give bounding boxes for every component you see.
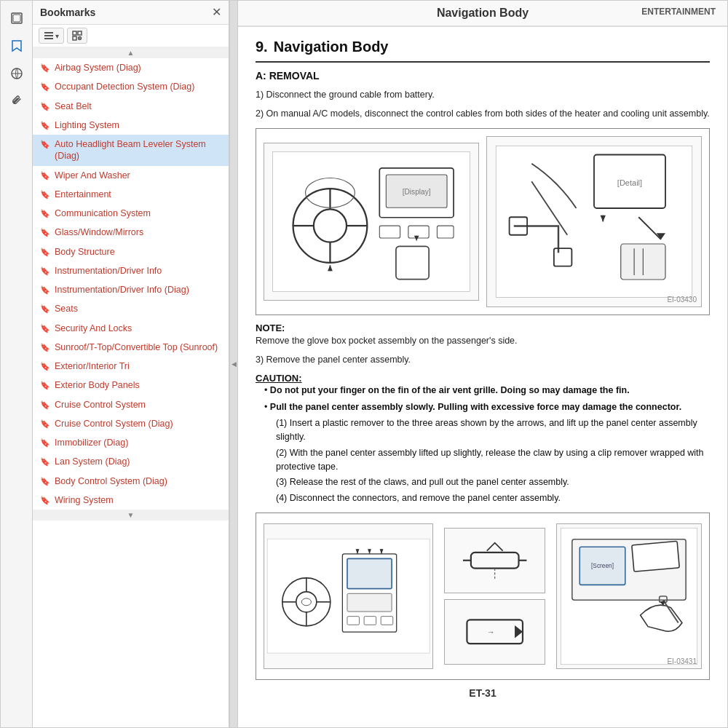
bookmark-icon-instrumentation: 🔖 (40, 266, 50, 276)
bookmark-label-sunroof: Sunroof/T-Top/Convertible Top (Sunroof) (55, 341, 218, 353)
paperclip-icon-btn[interactable] (5, 90, 28, 113)
bookmark-item-instrumentation[interactable]: 🔖 Instrumentation/Driver Info (33, 261, 229, 280)
bookmark-label-entertainment: Entertainment (55, 189, 111, 200)
bookmarks-panel: Bookmarks ✕ ▾ (33, 1, 229, 727)
svg-rect-4 (44, 35, 53, 36)
layers-icon-btn[interactable] (5, 7, 28, 30)
bookmark-icon-occupant: 🔖 (40, 82, 50, 92)
bookmark-item-lighting[interactable]: 🔖 Lighting System (33, 116, 229, 135)
bookmark-item-seats[interactable]: 🔖 Seats (33, 299, 229, 318)
bookmarks-list: ▲ 🔖 Airbag System (Diag) 🔖 Occupant Dete… (33, 47, 229, 727)
bookmark-item-cruise-diag[interactable]: 🔖 Cruise Control System (Diag) (33, 414, 229, 433)
bookmarks-title: Bookmarks (40, 7, 95, 18)
app-window: Bookmarks ✕ ▾ (0, 0, 728, 728)
bookmark-label-wiring: Wiring System (55, 494, 114, 506)
bookmark-item-wiring[interactable]: 🔖 Wiring System (33, 491, 229, 510)
svg-rect-12 (272, 151, 470, 291)
bookmark-item-lan[interactable]: 🔖 Lan System (Diag) (33, 452, 229, 471)
diagram-2-code: EI-03431 (667, 657, 697, 665)
bookmark-icon-cruise-diag: 🔖 (40, 419, 50, 429)
bookmark-item-exterior-int[interactable]: 🔖 Exterior/Interior Tri (33, 357, 229, 376)
bookmark-icon-entertainment: 🔖 (40, 189, 50, 199)
bookmark-item-entertainment[interactable]: 🔖 Entertainment (33, 185, 229, 204)
bookmark-label-exterior-int: Exterior/Interior Tri (55, 360, 130, 372)
bookmark-item-airbag[interactable]: 🔖 Airbag System (Diag) (33, 58, 229, 77)
diagram-1-code-right: EI-03430 (667, 296, 697, 304)
svg-rect-5 (44, 38, 53, 39)
bookmark-label-instrumentation-diag: Instrumentation/Driver Info (Diag) (55, 284, 189, 296)
main-area: Bookmarks ✕ ▾ (1, 1, 727, 727)
bookmark-label-bodystructure: Body Structure (55, 246, 115, 258)
bookmark-label-cruise: Cruise Control System (55, 399, 146, 411)
bookmark-label-occupant: Occupant Detection System (Diag) (55, 81, 194, 92)
bookmark-item-communication[interactable]: 🔖 Communication System (33, 204, 229, 223)
note-title: NOTE: (256, 323, 710, 333)
bookmark-icon-exterior-body: 🔖 (40, 380, 50, 390)
bookmark-item-wiper[interactable]: 🔖 Wiper And Washer (33, 166, 229, 185)
bookmark-item-cruise[interactable]: 🔖 Cruise Control System (33, 395, 229, 414)
panel-divider[interactable] (229, 1, 238, 727)
expand-button[interactable] (67, 28, 87, 44)
sub-step-3: (3) Release the rest of the claws, and p… (256, 475, 710, 489)
link-icon-btn[interactable] (5, 62, 28, 85)
svg-rect-51 (347, 559, 392, 589)
diagram-2-placeholder: >[Nav Screen] (256, 516, 709, 676)
bookmark-icon-seatbelt: 🔖 (40, 101, 50, 111)
bookmark-label-security: Security And Locks (55, 323, 132, 334)
bookmark-item-immobilizer[interactable]: 🔖 Immobilizer (Diag) (33, 433, 229, 452)
svg-rect-3 (44, 32, 53, 33)
bookmark-item-glass[interactable]: 🔖 Glass/Window/Mirrors (33, 223, 229, 242)
caution-box: CAUTION: • Do not put your finger on the… (256, 373, 710, 505)
bookmark-label-communication: Communication System (55, 207, 151, 219)
page-header-section: ENTERTAINMENT (641, 7, 716, 17)
subsection-a: A: REMOVAL (256, 70, 710, 82)
bookmark-icon-security: 🔖 (40, 323, 50, 333)
bookmark-icon-body-control: 🔖 (40, 476, 50, 486)
page-number: ET-31 (256, 687, 710, 699)
bookmark-item-security[interactable]: 🔖 Security And Locks (33, 319, 229, 338)
list-view-button[interactable]: ▾ (39, 28, 64, 44)
bookmark-item-occupant[interactable]: 🔖 Occupant Detection System (Diag) (33, 77, 229, 96)
bookmark-icon-glass: 🔖 (40, 227, 50, 237)
svg-rect-6 (73, 31, 76, 35)
content-body: 9. Navigation Body A: REMOVAL 1) Disconn… (238, 27, 727, 722)
bookmark-icon-immobilizer: 🔖 (40, 438, 50, 448)
svg-text:[Display]: [Display] (403, 188, 431, 196)
bookmark-icon-seats: 🔖 (40, 304, 50, 314)
bookmark-item-bodystructure[interactable]: 🔖 Body Structure (33, 242, 229, 261)
bookmark-icon-lan: 🔖 (40, 456, 50, 467)
svg-rect-1 (13, 15, 20, 22)
bookmark-item-instrumentation-diag[interactable]: 🔖 Instrumentation/Driver Info (Diag) (33, 280, 229, 299)
note-text-1: Remove the glove box pocket assembly on … (256, 333, 710, 348)
section-number: 9. (256, 39, 268, 55)
section-title: Navigation Body (274, 39, 389, 55)
svg-text:[Screen]: [Screen] (591, 562, 614, 569)
bookmark-label-airbag: Airbag System (Diag) (55, 62, 141, 74)
sidebar-icons (1, 1, 33, 727)
bookmark-item-exterior-body[interactable]: 🔖 Exterior Body Panels (33, 376, 229, 395)
bookmark-item-body-control[interactable]: 🔖 Body Control System (Diag) (33, 472, 229, 491)
sub-step-4: (4) Disconnect the connectors, and remov… (256, 491, 710, 505)
step-2: 2) On manual A/C models, disconnect the … (256, 106, 710, 121)
bookmark-item-autoheadlight[interactable]: 🔖 Auto Headlight Beam Leveler System (Di… (33, 135, 229, 166)
bookmark-item-sunroof[interactable]: 🔖 Sunroof/T-Top/Convertible Top (Sunroof… (33, 338, 229, 357)
svg-rect-62 (471, 553, 519, 569)
bookmark-label-body-control: Body Control System (Diag) (55, 475, 167, 487)
content-area[interactable]: Navigation Body ENTERTAINMENT 9. Navigat… (238, 1, 727, 727)
bookmark-label-immobilizer: Immobilizer (Diag) (55, 437, 128, 448)
bookmark-label-wiper: Wiper And Washer (55, 170, 130, 181)
note-box: NOTE: Remove the glove box pocket assemb… (256, 323, 710, 367)
sub-step-1: (1) Insert a plastic remover to the thre… (256, 416, 710, 444)
bookmark-icon-btn[interactable] (5, 34, 28, 58)
bookmark-item-seatbelt[interactable]: 🔖 Seat Belt (33, 97, 229, 116)
bookmark-icon-bodystructure: 🔖 (40, 247, 50, 257)
svg-text:→: → (487, 628, 495, 636)
bookmark-icon-airbag: 🔖 (40, 63, 50, 73)
section-divider (256, 61, 710, 63)
bookmark-icon-communication: 🔖 (40, 208, 50, 218)
bookmarks-toolbar: ▾ (33, 25, 229, 47)
bookmark-icon-exterior-int: 🔖 (40, 361, 50, 371)
svg-text:[Detail]: [Detail] (617, 178, 642, 187)
bookmarks-close-button[interactable]: ✕ (212, 7, 221, 18)
page-header-title: Navigation Body (437, 7, 529, 20)
